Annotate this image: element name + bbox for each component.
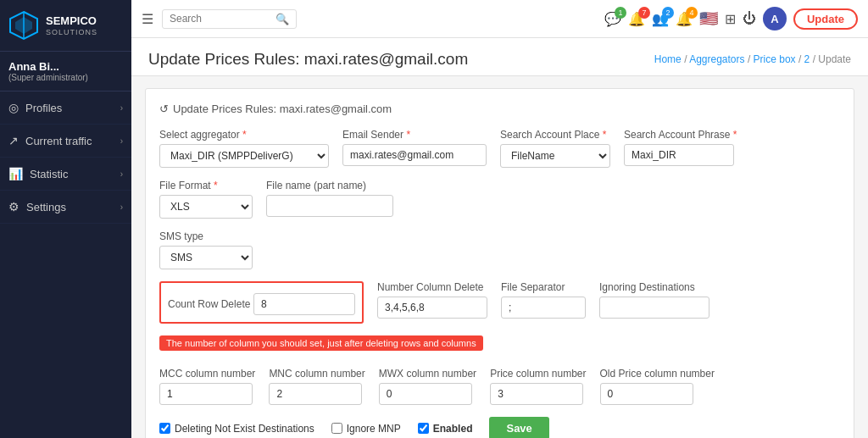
users-icon-btn[interactable]: 👥 2: [652, 11, 669, 27]
grid-icon-btn[interactable]: ⊞: [725, 11, 736, 27]
main-content: ☰ 🔍 💬 1 🔔 7 👥 2 🔔 4 🇺🇸 ⊞: [131, 0, 868, 438]
search-account-place-input[interactable]: FileName: [500, 144, 610, 168]
enabled-checkbox[interactable]: [418, 423, 429, 434]
form-row-3: SMS type SMS: [159, 230, 840, 269]
flag-icon: 🇺🇸: [699, 9, 718, 28]
profiles-icon: ◎: [8, 101, 19, 114]
warning-container: The number of column you should set, jus…: [159, 335, 840, 359]
deleting-not-exist-group: Deleting Not Exist Destinations: [159, 423, 314, 435]
old-price-column-label: Old Price column number: [600, 368, 715, 380]
price-column-label: Price column number: [490, 368, 586, 380]
search-account-phrase-input[interactable]: [624, 144, 734, 166]
current-traffic-icon: ↗: [8, 134, 19, 147]
sidebar-nav: ◎ Profiles › ↗ Current traffic › 📊 Stati…: [0, 91, 131, 438]
profiles-label: Profiles: [25, 102, 62, 114]
select-aggregator-group: Select aggregator * Maxi_DIR (SMPPDelive…: [159, 129, 329, 168]
select-aggregator-input[interactable]: Maxi_DIR (SMPPDeliverG): [159, 144, 329, 168]
statistic-chevron: ›: [120, 169, 123, 179]
profiles-chevron: ›: [120, 103, 123, 113]
file-format-group: File Format * XLS: [159, 180, 253, 219]
bell-badge: 4: [686, 7, 698, 19]
avatar-letter: A: [771, 13, 778, 25]
file-name-input[interactable]: [266, 195, 393, 217]
content-area: Update Prices Rules: maxi.rates@gmail.co…: [131, 38, 868, 438]
search-box[interactable]: 🔍: [162, 9, 297, 29]
breadcrumb-home[interactable]: Home: [654, 53, 682, 65]
form-row-4: Count Row Delete Number Column Delete Fi…: [159, 281, 840, 324]
update-button[interactable]: Update: [793, 8, 858, 30]
form-card-title: ↺ Update Prices Rules: maxi.rates@gmail.…: [159, 103, 840, 115]
deleting-not-exist-label: Deleting Not Exist Destinations: [175, 423, 314, 435]
search-input[interactable]: [170, 13, 271, 25]
avatar-btn[interactable]: A: [763, 7, 787, 30]
chat-badge: 1: [615, 7, 626, 19]
file-separator-input[interactable]: [501, 297, 586, 319]
sidebar: SEMPICO SOLUTIONS Anna Bi... (Super admi…: [0, 0, 131, 438]
alert-badge: 7: [638, 7, 650, 19]
count-row-delete-input[interactable]: [253, 293, 355, 315]
count-row-delete-group: Count Row Delete: [159, 281, 364, 324]
logo-text: SEMPICO: [46, 14, 97, 28]
page-header: Update Prices Rules: maxi.rates@gmail.co…: [131, 38, 868, 76]
ignore-mnp-checkbox[interactable]: [331, 423, 342, 434]
file-separator-group: File Separator: [501, 281, 586, 324]
logo-subtext: SOLUTIONS: [46, 28, 97, 36]
sidebar-username: Anna Bi...: [8, 60, 123, 73]
ignoring-destinations-label: Ignoring Destinations: [599, 281, 709, 293]
price-column-group: Price column number: [490, 368, 586, 405]
file-name-label: File name (part name): [266, 180, 393, 191]
sidebar-user: Anna Bi... (Super administrator): [0, 52, 131, 91]
mcc-column-input[interactable]: [159, 383, 253, 405]
settings-chevron: ›: [120, 202, 123, 212]
sidebar-userrole: (Super administrator): [8, 73, 123, 82]
bell-icon-btn[interactable]: 🔔 4: [676, 11, 693, 27]
count-row-delete-label: Count Row Delete: [168, 298, 250, 310]
hamburger-icon[interactable]: ☰: [142, 11, 153, 27]
sempico-logo-icon: [8, 10, 39, 41]
ignoring-destinations-group: Ignoring Destinations: [599, 281, 709, 324]
search-account-place-group: Search Account Place * FileName: [500, 129, 610, 168]
price-column-input[interactable]: [490, 383, 583, 405]
breadcrumb-pricebox[interactable]: Price box: [754, 53, 796, 65]
number-column-delete-input[interactable]: [377, 297, 487, 319]
alert-icon-btn[interactable]: 🔔 7: [628, 11, 645, 27]
page-title: Update Prices Rules: maxi.rates@gmail.co…: [148, 50, 468, 69]
mwx-column-label: MWX column number: [379, 368, 476, 380]
number-column-delete-group: Number Column Delete: [377, 281, 487, 324]
current-traffic-label: Current traffic: [25, 135, 92, 147]
file-name-group: File name (part name): [266, 180, 393, 219]
sidebar-logo: SEMPICO SOLUTIONS: [0, 0, 131, 52]
deleting-not-exist-checkbox[interactable]: [159, 423, 170, 434]
sms-type-label: SMS type: [159, 230, 253, 242]
statistic-label: Statistic: [30, 168, 69, 180]
ignoring-destinations-input[interactable]: [599, 297, 709, 319]
save-button[interactable]: Save: [489, 417, 548, 438]
breadcrumb-2[interactable]: 2: [804, 53, 810, 65]
users-badge: 2: [662, 7, 674, 19]
ignore-mnp-label: Ignore MNP: [347, 423, 401, 435]
mwx-column-group: MWX column number: [379, 368, 476, 405]
sms-type-input[interactable]: SMS: [159, 246, 253, 269]
sidebar-item-profiles[interactable]: ◎ Profiles ›: [0, 91, 131, 125]
old-price-column-group: Old Price column number: [600, 368, 715, 405]
statistic-icon: 📊: [8, 167, 23, 180]
sidebar-item-current-traffic[interactable]: ↗ Current traffic ›: [0, 125, 131, 158]
chat-icon-btn[interactable]: 💬 1: [604, 11, 621, 27]
search-account-place-label: Search Account Place *: [500, 129, 610, 141]
email-sender-label: Email Sender *: [342, 129, 487, 141]
email-sender-input[interactable]: [342, 144, 487, 166]
checkbox-row: Deleting Not Exist Destinations Ignore M…: [159, 417, 840, 438]
sidebar-item-settings[interactable]: ⚙ Settings ›: [0, 191, 131, 224]
file-format-input[interactable]: XLS: [159, 195, 253, 219]
select-aggregator-label: Select aggregator *: [159, 129, 329, 141]
breadcrumb-aggregators[interactable]: Aggregators: [689, 53, 744, 65]
mwx-column-input[interactable]: [379, 383, 472, 405]
search-icon: 🔍: [275, 13, 289, 25]
exit-icon-btn[interactable]: ⏻: [743, 11, 756, 26]
mcc-column-label: MCC column number: [159, 368, 255, 380]
form-row-5: MCC column number MNC column number MWX …: [159, 368, 840, 405]
current-traffic-chevron: ›: [120, 136, 123, 146]
sidebar-item-statistic[interactable]: 📊 Statistic ›: [0, 158, 131, 191]
old-price-column-input[interactable]: [600, 383, 693, 405]
mnc-column-input[interactable]: [269, 383, 362, 405]
